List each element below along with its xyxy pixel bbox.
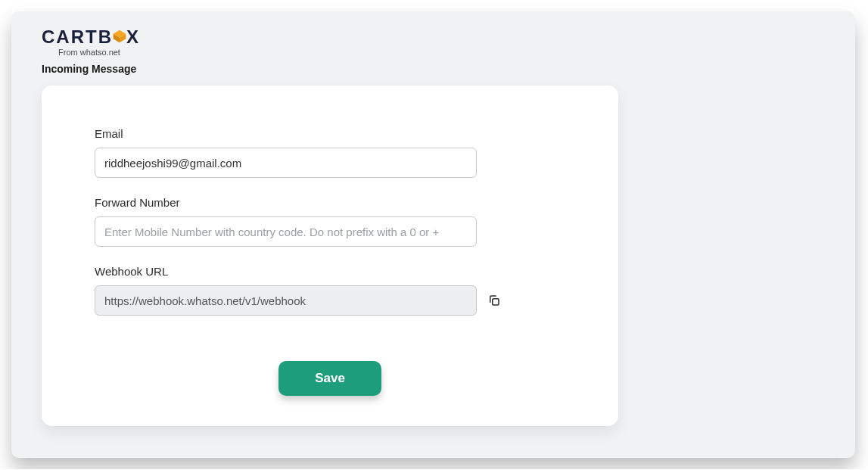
- webhook-input[interactable]: [95, 285, 477, 316]
- forward-number-label: Forward Number: [95, 196, 565, 209]
- email-label: Email: [95, 127, 565, 140]
- webhook-label: Webhook URL: [95, 265, 565, 278]
- brand-name-right: X: [126, 28, 140, 46]
- page-title: Incoming Message: [42, 63, 825, 75]
- form-card: Email Forward Number Webhook URL Save: [42, 86, 618, 426]
- copy-icon[interactable]: [487, 294, 501, 307]
- svg-rect-0: [493, 299, 499, 305]
- box-icon: [112, 28, 127, 46]
- button-row: Save: [95, 361, 565, 396]
- email-input[interactable]: [95, 148, 477, 178]
- brand-block: CARTB X From whatso.net: [42, 28, 825, 57]
- brand-name: CARTB X: [42, 28, 825, 46]
- brand-subtitle: From whatso.net: [58, 48, 825, 57]
- page-container: CARTB X From whatso.net Incoming Message…: [11, 11, 855, 458]
- brand-name-left: CARTB: [42, 28, 113, 46]
- save-button[interactable]: Save: [278, 361, 381, 396]
- webhook-row: [95, 285, 565, 316]
- email-group: Email: [95, 127, 565, 178]
- forward-number-group: Forward Number: [95, 196, 565, 247]
- webhook-group: Webhook URL: [95, 265, 565, 316]
- forward-number-input[interactable]: [95, 216, 477, 247]
